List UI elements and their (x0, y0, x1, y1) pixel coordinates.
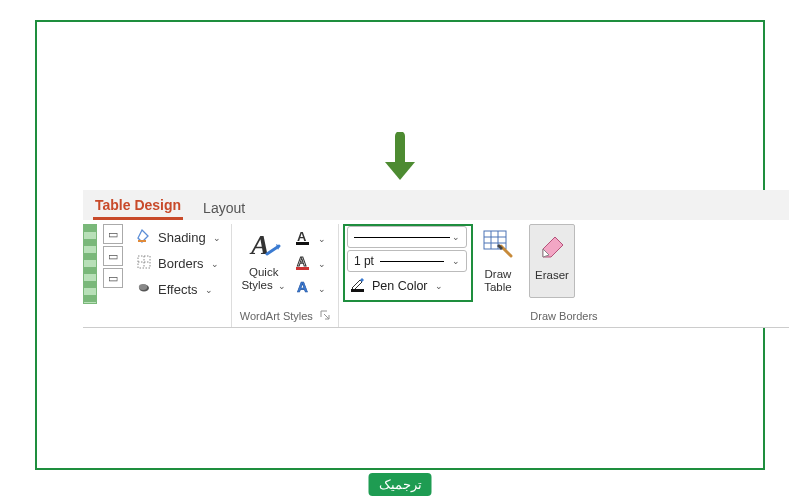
chevron-down-icon: ⌄ (213, 233, 221, 243)
quick-styles-button[interactable]: A Quick Styles ⌄ (240, 224, 288, 292)
text-outline-button[interactable]: A ⌄ (294, 253, 326, 274)
pen-color-icon (349, 276, 367, 295)
chevron-down-icon: ⌄ (318, 259, 326, 269)
borders-icon (135, 254, 153, 273)
wordart-group-label: WordArt Styles (240, 308, 330, 325)
effects-label: Effects (158, 282, 198, 297)
quick-label-1: Quick (249, 266, 278, 279)
line-preview (380, 261, 444, 262)
group-table-styles: Shading ⌄ Borders ⌄ (125, 224, 231, 327)
quick-label-2: Styles (241, 279, 272, 291)
shading-icon (135, 228, 153, 247)
dialog-launcher-icon[interactable] (320, 310, 330, 322)
draw-table-icon (481, 226, 515, 268)
stub-icon-1: ▭ (103, 224, 123, 244)
line-preview (354, 237, 450, 238)
draw-table-button[interactable]: Draw Table (475, 224, 521, 296)
borders-label: Borders (158, 256, 204, 271)
stage: Table Design Layout ▭ ▭ ▭ (0, 0, 800, 500)
group-wordart-styles: A Quick Styles ⌄ A ⌄ (232, 224, 338, 327)
pen-settings-stack: ⌄ 1 pt ⌄ Pen Color (347, 224, 467, 297)
text-fill-button[interactable]: A ⌄ (294, 228, 326, 249)
chevron-down-icon: ⌄ (435, 281, 443, 291)
quick-styles-icon: A (245, 224, 283, 266)
eraser-button[interactable]: Eraser (529, 224, 575, 298)
svg-rect-12 (351, 289, 364, 292)
effects-button[interactable]: Effects ⌄ (133, 278, 223, 301)
shading-label: Shading (158, 230, 206, 245)
chevron-down-icon: ⌄ (318, 284, 326, 294)
svg-text:A: A (297, 229, 307, 244)
stub-stripe (83, 224, 97, 304)
svg-rect-10 (296, 267, 309, 270)
chevron-down-icon: ⌄ (318, 234, 326, 244)
brand-badge: ترجمیک (369, 473, 432, 496)
arrow-down-icon (377, 132, 423, 190)
eraser-icon (535, 227, 569, 269)
group-draw-borders: ⌄ 1 pt ⌄ Pen Color (339, 224, 789, 327)
tab-table-design[interactable]: Table Design (93, 193, 183, 220)
draw-table-label-2: Table (484, 281, 512, 294)
text-effects-button[interactable]: A ⌄ (294, 278, 326, 299)
draw-borders-group-label: Draw Borders (347, 308, 781, 325)
pen-weight-dropdown[interactable]: 1 pt ⌄ (347, 250, 467, 272)
tab-layout[interactable]: Layout (201, 196, 247, 220)
svg-text:A: A (297, 278, 308, 295)
ribbon-tabstrip: Table Design Layout (83, 190, 789, 220)
borders-button[interactable]: Borders ⌄ (133, 252, 223, 275)
text-fill-icon: A (294, 228, 314, 249)
pen-color-button[interactable]: Pen Color ⌄ (347, 274, 467, 297)
text-effects-icon: A (294, 278, 314, 299)
stub-icon-2: ▭ (103, 246, 123, 266)
chevron-down-icon: ⌄ (205, 285, 213, 295)
text-outline-icon: A (294, 253, 314, 274)
shading-button[interactable]: Shading ⌄ (133, 226, 223, 249)
ribbon: Table Design Layout ▭ ▭ ▭ (83, 190, 789, 328)
stub-icon-3: ▭ (103, 268, 123, 288)
pen-color-label: Pen Color (372, 279, 428, 293)
svg-rect-0 (138, 240, 146, 242)
svg-point-5 (139, 284, 147, 290)
chevron-down-icon: ⌄ (452, 232, 460, 242)
pen-weight-value: 1 pt (354, 254, 374, 268)
outer-frame: Table Design Layout ▭ ▭ ▭ (35, 20, 765, 470)
chevron-down-icon: ⌄ (278, 281, 286, 291)
chevron-down-icon: ⌄ (211, 259, 219, 269)
pen-style-dropdown[interactable]: ⌄ (347, 226, 467, 248)
effects-icon (135, 280, 153, 299)
chevron-down-icon: ⌄ (452, 256, 460, 266)
group-stub: ▭ ▭ ▭ (83, 224, 125, 327)
svg-text:A: A (297, 254, 307, 269)
draw-table-label-1: Draw (485, 268, 512, 281)
svg-rect-8 (296, 242, 309, 245)
eraser-label: Eraser (535, 269, 569, 282)
ribbon-commands: ▭ ▭ ▭ Shading (83, 220, 789, 328)
